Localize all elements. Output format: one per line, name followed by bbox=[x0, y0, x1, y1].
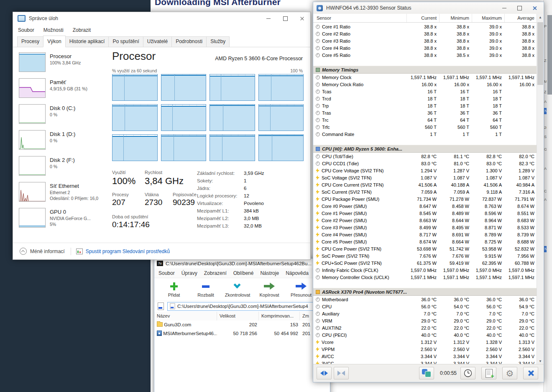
sensor-row[interactable]: Tras36 T36 T36 T bbox=[313, 109, 537, 116]
sensor-row[interactable]: Core #1 Power (SMU)8.545 W8.489 W8.596 W… bbox=[313, 210, 537, 217]
maximize-button[interactable] bbox=[277, 12, 294, 25]
menu-item[interactable]: Nápověda bbox=[286, 270, 309, 276]
column-header[interactable]: Sensor bbox=[313, 14, 406, 22]
sensor-row[interactable]: SoC Voltage (SVI2 TFN)1.087 V1.087 V1.08… bbox=[313, 174, 537, 181]
scrollbar-thumb[interactable] bbox=[537, 22, 543, 85]
sensor-row[interactable]: Core #0 Power (SMU)8.647 W8.458 W8.763 W… bbox=[313, 202, 537, 210]
sensor-row[interactable]: SoC Power (SVI2 TFN)7.676 W7.676 W9.915 … bbox=[313, 252, 537, 259]
sensor-row[interactable]: Motherboard36.0 °C36.0 °C36.0 °C36.0 °C bbox=[313, 296, 537, 303]
column-header[interactable]: Velikost bbox=[217, 312, 259, 320]
column-header[interactable]: Název bbox=[154, 312, 217, 320]
sensor-row[interactable]: CPU (Tctl/Tdie)82.8 °C81.1 °C82.8 °C82.0… bbox=[313, 153, 537, 160]
sensor-row[interactable]: Memory Clock Ratio16.00 x16.00 x16.00 x1… bbox=[313, 81, 537, 88]
minimize-button[interactable] bbox=[497, 2, 512, 14]
menu-item[interactable]: Soubor bbox=[18, 27, 34, 33]
sensor-row[interactable]: CPU Core Current (SVI2 TFN)41.506 A40.18… bbox=[313, 181, 537, 188]
tab-active[interactable]: Výkon bbox=[43, 36, 65, 47]
sensor-section[interactable]: CPU [#0]: AMD Ryzen 5 3600: Enha... bbox=[313, 145, 537, 153]
settings-button[interactable] bbox=[502, 367, 517, 379]
sensor-row[interactable]: Core #5 Power (SMU)8.674 W8.664 W8.725 W… bbox=[313, 238, 537, 245]
sensor-row[interactable]: Memory Clock1,597.1 MHz1,597.1 MHz1,597.… bbox=[313, 74, 537, 81]
menu-item[interactable]: Soubor bbox=[158, 270, 175, 276]
nav-arrows-dim-button[interactable] bbox=[334, 367, 349, 379]
menu-item[interactable]: Nástroje bbox=[260, 270, 279, 276]
sensor-row[interactable]: CPU CCD1 (Tdie)83.0 °C81.0 °C83.0 °C82.3… bbox=[313, 160, 537, 167]
sensor-row[interactable]: AUXTIN222.0 °C22.0 °C22.0 °C22.0 °C bbox=[313, 324, 537, 331]
toolbar-extract-button[interactable]: Rozbalit bbox=[191, 281, 220, 297]
maximize-button[interactable] bbox=[512, 2, 527, 14]
column-header[interactable]: Average bbox=[504, 14, 537, 22]
sensor-row[interactable]: CPU56.0 °C54.0 °C56.0 °C54.9 °C bbox=[313, 303, 537, 310]
sensor-scrollbar[interactable] bbox=[537, 14, 544, 364]
sidebar-item-disk-spikes[interactable]: Disk 1 (D:)0 % bbox=[19, 130, 109, 150]
sevenzip-titlebar[interactable]: C:\Users\trune\Desktop\[Guru3D.com]-MSIA… bbox=[154, 259, 330, 268]
sensor-row[interactable]: Trcd18 T18 T18 T bbox=[313, 95, 537, 102]
sensor-row[interactable]: Core #2 Power (SMU)8.663 W8.644 W8.964 W… bbox=[313, 217, 537, 224]
sensor-row[interactable]: Core #3 Ratio38.8 x38.8 x39.0 x38.8 x bbox=[313, 37, 537, 44]
sensor-row[interactable]: AVCC3.344 V3.344 V3.344 V3.344 V bbox=[313, 353, 537, 360]
menu-item[interactable]: Možnosti bbox=[43, 27, 64, 33]
sensor-row[interactable]: VRM29.0 °C29.0 °C29.0 °C29.0 °C bbox=[313, 317, 537, 324]
close-button[interactable] bbox=[527, 2, 542, 14]
sensor-row[interactable]: CPU Package Power (SMU)71.734 W71.278 W7… bbox=[313, 195, 537, 202]
sensor-row[interactable]: Trp18 T18 T18 T bbox=[313, 102, 537, 109]
hwinfo-titlebar[interactable]: HWiNFO64 v6.12-3930 Sensor Status bbox=[313, 2, 544, 14]
tab-item[interactable]: Podrobnosti bbox=[171, 36, 207, 47]
file-row[interactable]: Guru3D.com202153201 bbox=[154, 320, 330, 329]
clock-button[interactable] bbox=[460, 367, 475, 379]
sensor-row[interactable]: Core #4 Ratio38.8 x38.8 x39.0 x38.8 x bbox=[313, 44, 537, 51]
scroll-down-arrow[interactable] bbox=[537, 358, 544, 364]
toolbar-move-button[interactable]: Přesunout bbox=[286, 281, 316, 297]
toolbar-test-button[interactable]: Zkontrolovat bbox=[223, 281, 252, 297]
less-info-button[interactable]: Méně informací bbox=[30, 249, 65, 254]
menu-item[interactable]: Úpravy bbox=[181, 270, 197, 276]
sensor-section[interactable]: Memory Timings bbox=[313, 66, 537, 74]
sidebar-item-gpu[interactable]: GPU 0NVIDIA GeForce G...5% bbox=[19, 208, 109, 228]
background-scrollbar[interactable] bbox=[547, 12, 552, 392]
sidebar-item-disk[interactable]: Disk 0 (C:)0 % bbox=[19, 104, 109, 124]
sidebar-item-cpu[interactable]: Procesor100% 3,84 GHz bbox=[19, 52, 109, 72]
menu-item[interactable]: Zobrazit bbox=[73, 27, 91, 33]
address-input[interactable]: C:\Users\trune\Desktop\[Guru3D.com]-MSIA… bbox=[167, 302, 327, 311]
sensor-row[interactable]: Memory Controller Clock (UCLK)1,597.1 MH… bbox=[313, 274, 537, 281]
toolbar-copy-button[interactable]: Kopírovat bbox=[255, 281, 284, 297]
tab-item[interactable]: Uživatelé bbox=[143, 36, 172, 47]
column-header[interactable]: Maximum bbox=[472, 14, 504, 22]
task-manager-titlebar[interactable]: Správce úloh bbox=[13, 12, 310, 25]
sensor-row[interactable]: Command Rate1 T1 T1 T bbox=[313, 131, 537, 138]
sensor-row[interactable]: Tcas16 T16 T16 T bbox=[313, 88, 537, 95]
sensor-row[interactable]: CPU Core Power (SVI2 TFN)53.698 W51.742 … bbox=[313, 245, 537, 252]
file-row[interactable]: MSIAfterburnerSetup46...50 718 25650 454… bbox=[154, 329, 330, 338]
sensor-row[interactable]: SoC Current (SVI2 TFN)7.059 A7.059 A9.11… bbox=[313, 188, 537, 195]
sensor-row[interactable]: Core #5 Ratio38.8 x38.5 x39.0 x38.8 x bbox=[313, 51, 537, 59]
tab-item[interactable]: Po spuštění bbox=[108, 36, 143, 47]
sidebar-item-mem[interactable]: Paměť4,9/15,9 GB (31 %) bbox=[19, 78, 109, 98]
minimize-button[interactable] bbox=[260, 12, 277, 25]
sensor-row[interactable]: Core #3 Power (SMU)8.499 W8.495 W8.871 W… bbox=[313, 224, 537, 231]
sensor-row[interactable]: Vcore1.312 V1.312 V1.328 V1.313 V bbox=[313, 338, 537, 346]
menu-item[interactable]: Zobrazení bbox=[204, 270, 227, 276]
nav-arrows-button[interactable] bbox=[317, 367, 332, 379]
scrollbar-thumb[interactable] bbox=[547, 15, 552, 95]
sensor-row[interactable]: Core #1 Ratio38.8 x38.8 x39.0 x38.8 x bbox=[313, 23, 537, 30]
report-button[interactable] bbox=[481, 367, 496, 379]
sensor-row[interactable]: Auxiliary7.0 °C7.0 °C7.0 °C7.0 °C bbox=[313, 310, 537, 317]
toolbar-add-button[interactable]: Přidat bbox=[159, 281, 189, 297]
sensor-row[interactable]: CPU+SoC Power (SVI2 TFN)61.375 W59.419 W… bbox=[313, 259, 537, 266]
sensor-row[interactable]: CPU Core Voltage (SVI2 TFN)1.294 V1.287 … bbox=[313, 167, 537, 174]
sensor-row[interactable]: Infinity Fabric Clock (FCLK)1,597.0 MHz1… bbox=[313, 266, 537, 274]
sidebar-item-disk2[interactable]: Disk 2 (F:)0 % bbox=[19, 156, 109, 176]
column-header[interactable]: Komprimovan... bbox=[259, 312, 300, 320]
column-header[interactable]: Current bbox=[406, 14, 439, 22]
close-sensors-button[interactable] bbox=[523, 367, 538, 379]
resource-monitor-link[interactable]: Spustit program Sledování prostředků bbox=[86, 249, 170, 254]
sensor-row[interactable]: Core #2 Ratio38.8 x38.8 x39.0 x38.8 x bbox=[313, 30, 537, 37]
sensor-row[interactable]: Core #4 Power (SMU)8.717 W8.691 W8.789 W… bbox=[313, 231, 537, 238]
close-button[interactable] bbox=[294, 12, 310, 25]
scroll-up-arrow[interactable] bbox=[537, 14, 544, 20]
sidebar-item-net[interactable]: Síť EthernetEthernet 2Odesílání: 0 Příje… bbox=[19, 182, 109, 202]
sensor-row[interactable]: Trfc560 T560 T560 T bbox=[313, 123, 537, 131]
sensor-row[interactable]: CPU (PECI)40.0 °C40.0 °C40.0 °C40.0 °C bbox=[313, 331, 537, 338]
sensor-row[interactable]: VPPM2.560 V2.560 V2.560 V2.560 V bbox=[313, 346, 537, 353]
sensor-section[interactable]: ASRock X370 Pro4 (Nuvoton NCT677... bbox=[313, 288, 537, 296]
